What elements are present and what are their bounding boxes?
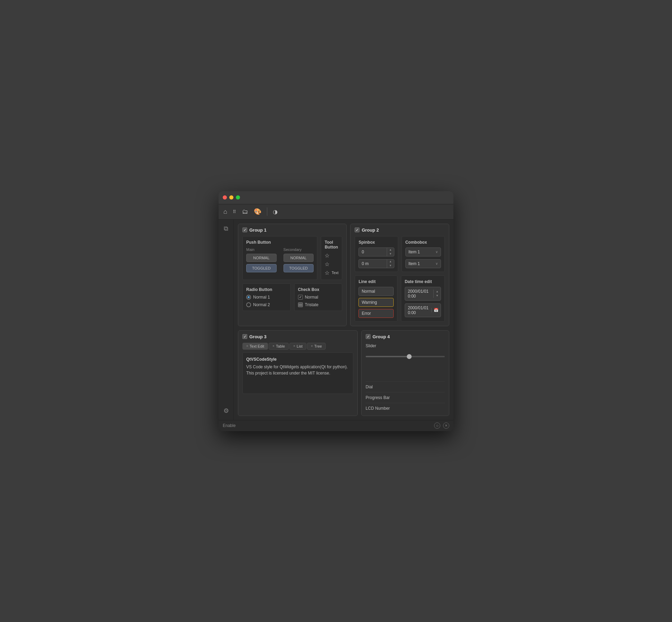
tool-btn-1[interactable]: ☆ <box>325 252 338 259</box>
tab-tree-close[interactable]: × <box>311 344 313 348</box>
divider-2 <box>366 392 445 392</box>
group1-checkbox[interactable]: ✓ <box>242 227 247 232</box>
line-edit-warning[interactable]: Warning <box>358 298 394 307</box>
pb-main-label: Main <box>246 247 277 252</box>
spinbox-2[interactable]: 0 m ▲ ▼ <box>358 259 394 268</box>
toolbar-divider <box>267 207 267 216</box>
check-box-label: Check Box <box>298 287 339 292</box>
divider-1 <box>366 381 445 382</box>
group4-box: ✓ Group 4 Slider Dial <box>361 330 449 416</box>
check-item-tristate[interactable]: — Tristate <box>298 302 339 307</box>
datetime-label: Date time edit <box>405 279 441 284</box>
spinbox-1-up[interactable]: ▲ <box>387 248 394 252</box>
statusbar-circle-btn[interactable]: ○ <box>434 422 440 429</box>
spinbox-2-up[interactable]: ▲ <box>387 260 394 264</box>
spinbox-1-down[interactable]: ▼ <box>387 252 394 256</box>
datetime-2-value: 2000/01/01 0:00 <box>405 304 431 317</box>
tab-tree[interactable]: × Tree <box>307 343 326 350</box>
btn-secondary-normal[interactable]: NORMAL <box>284 254 314 262</box>
push-button-label: Push Button <box>246 240 314 245</box>
contrast-icon[interactable]: ◑ <box>273 208 278 215</box>
radio-item-1[interactable]: Normal 1 <box>246 295 287 300</box>
line-edit-normal[interactable]: Normal <box>358 287 394 296</box>
line-edit-label: Line edit <box>358 279 394 284</box>
slider-label: Slider <box>366 343 445 349</box>
combobox-section: Combobox Item 1 ∨ Item 1 ∨ <box>402 236 445 272</box>
statusbar-close-btn[interactable]: × <box>443 422 449 429</box>
tab-list[interactable]: × List <box>289 343 306 350</box>
close-button[interactable] <box>223 195 227 200</box>
spinbox-2-down[interactable]: ▼ <box>387 264 394 268</box>
push-button-columns: Main NORMAL TOGGLED Secondary NORMAL TOG… <box>246 247 314 272</box>
grid-icon[interactable]: ⠿ <box>233 209 237 214</box>
checkbox-tristate: — <box>298 302 303 307</box>
line-edit-container: Normal Warning Error <box>358 287 394 318</box>
datetime-1-spin: ▲ ▼ <box>433 290 441 298</box>
datetime-container: 2000/01/01 0:00 ▲ ▼ 2000/01/01 0:00 📅 <box>405 287 441 317</box>
tab-table-close[interactable]: × <box>272 344 275 348</box>
tab-text-edit-close[interactable]: × <box>246 344 248 348</box>
pb-col-main: Main NORMAL TOGGLED <box>246 247 277 272</box>
group2-checkbox[interactable]: ✓ <box>355 227 359 232</box>
tab-list-close[interactable]: × <box>293 344 295 348</box>
btn-secondary-toggled[interactable]: TOGGLED <box>284 264 314 272</box>
traffic-lights <box>223 195 240 200</box>
combobox-2-arrow: ∨ <box>435 262 438 265</box>
push-button-section: Push Button Main NORMAL TOGGLED Secondar… <box>242 236 317 280</box>
combobox-2[interactable]: Item 1 ∨ <box>405 259 441 268</box>
minimize-button[interactable] <box>229 195 233 200</box>
text-area[interactable]: QtVSCodeStyle VS Code style for QtWidget… <box>242 352 353 394</box>
combobox-1-value: Item 1 <box>409 250 434 254</box>
group3-title: ✓ Group 3 <box>242 334 353 339</box>
main-area: ⧉ ⚙ ✓ Group 1 Push Button <box>219 220 453 420</box>
slider-thumb[interactable] <box>407 354 412 359</box>
tab-text-edit[interactable]: × Text Edit <box>242 343 268 350</box>
group1-top-sections: Push Button Main NORMAL TOGGLED Secondar… <box>242 236 342 280</box>
palette-icon[interactable]: 🎨 <box>254 208 261 215</box>
check-box-section: Check Box ✓ Normal — Tristate <box>294 283 343 311</box>
spinbox-1[interactable]: 0 ▲ ▼ <box>358 247 394 256</box>
datetime-1-up[interactable]: ▲ <box>434 290 441 294</box>
spinbox-1-arrows: ▲ ▼ <box>387 248 394 256</box>
group3-checkbox[interactable]: ✓ <box>242 334 247 339</box>
datetime-2[interactable]: 2000/01/01 0:00 📅 <box>405 303 441 317</box>
line-edit-error[interactable]: Error <box>358 309 394 318</box>
radio-list: Normal 1 Normal 2 <box>246 295 287 307</box>
datetime-1-down[interactable]: ▼ <box>434 294 441 298</box>
tab-table[interactable]: × Table <box>269 343 289 350</box>
main-window: ⌂ ⠿ 🗂 🎨 ◑ ⧉ ⚙ ✓ Group 1 <box>219 191 453 431</box>
folder-icon[interactable]: 🗂 <box>242 208 248 215</box>
maximize-button[interactable] <box>236 195 240 200</box>
radio-circle-1 <box>246 295 251 300</box>
group1-bottom-sections: Radio Button Normal 1 Normal 2 <box>242 283 342 311</box>
check-label-tristate: Tristate <box>305 302 319 307</box>
slider-container <box>366 351 445 362</box>
settings-icon[interactable]: ⚙ <box>221 405 231 417</box>
check-list: ✓ Normal — Tristate <box>298 295 339 307</box>
combobox-1[interactable]: Item 1 ∨ <box>405 247 441 256</box>
bottom-groups-row: ✓ Group 3 × Text Edit × Table × <box>238 330 449 416</box>
check-item-normal[interactable]: ✓ Normal <box>298 295 339 300</box>
checkbox-normal: ✓ <box>298 295 303 300</box>
datetime-1[interactable]: 2000/01/01 0:00 ▲ ▼ <box>405 287 441 301</box>
radio-item-2[interactable]: Normal 2 <box>246 302 287 307</box>
toolbar: ⌂ ⠿ 🗂 🎨 ◑ <box>219 204 453 220</box>
line-edit-section: Line edit Normal Warning Error <box>355 275 397 322</box>
btn-main-toggled[interactable]: TOGGLED <box>246 264 277 272</box>
radio-label-2: Normal 2 <box>253 302 270 307</box>
spinbox-2-arrows: ▲ ▼ <box>387 260 394 268</box>
titlebar <box>219 191 453 204</box>
datetime-1-value: 2000/01/01 0:00 <box>405 287 433 300</box>
datetime-2-cal-btn[interactable]: 📅 <box>431 308 441 312</box>
tool-btn-2[interactable]: ☆ <box>325 261 338 268</box>
radio-circle-2 <box>246 302 251 307</box>
sidebar: ⧉ ⚙ <box>219 220 234 420</box>
tool-btn-3[interactable]: ☆Text <box>325 270 338 276</box>
top-groups-row: ✓ Group 1 Push Button Main NORMAL TOGGLE <box>238 224 449 326</box>
group4-checkbox[interactable]: ✓ <box>366 334 371 339</box>
group2-bottom-sections: Line edit Normal Warning Error Date time… <box>355 275 445 322</box>
home-icon[interactable]: ⌂ <box>223 208 227 215</box>
btn-main-normal[interactable]: NORMAL <box>246 254 277 262</box>
statusbar: Enable ○ × <box>219 420 453 431</box>
windows-icon[interactable]: ⧉ <box>222 223 230 234</box>
